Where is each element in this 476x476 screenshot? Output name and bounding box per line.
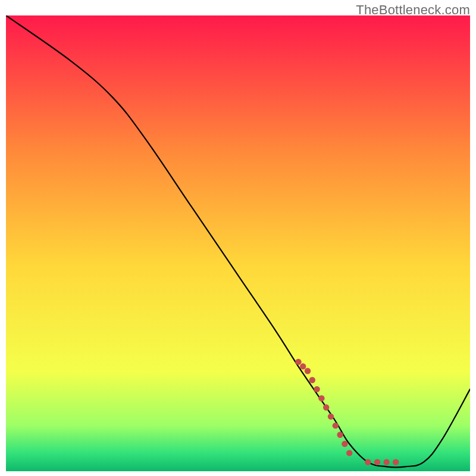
red-dot bbox=[314, 386, 320, 392]
chart-root: TheBottleneck.com bbox=[0, 0, 476, 476]
chart-svg bbox=[6, 15, 470, 471]
red-dot bbox=[365, 459, 371, 465]
gradient-background bbox=[6, 15, 470, 471]
watermark-text: TheBottleneck.com bbox=[356, 2, 470, 18]
red-dot bbox=[337, 432, 343, 438]
red-dot bbox=[333, 422, 339, 428]
red-dot bbox=[374, 459, 380, 465]
red-dot bbox=[342, 441, 347, 447]
plot-area bbox=[6, 15, 470, 471]
red-dot bbox=[305, 368, 311, 374]
red-dot bbox=[318, 395, 324, 401]
red-dot bbox=[309, 377, 315, 383]
red-dot bbox=[323, 405, 329, 411]
red-dot bbox=[300, 364, 306, 369]
red-dot bbox=[295, 359, 301, 365]
red-dot bbox=[328, 414, 334, 419]
red-dot bbox=[346, 450, 352, 456]
red-dot bbox=[383, 459, 389, 465]
red-dot bbox=[393, 459, 399, 465]
